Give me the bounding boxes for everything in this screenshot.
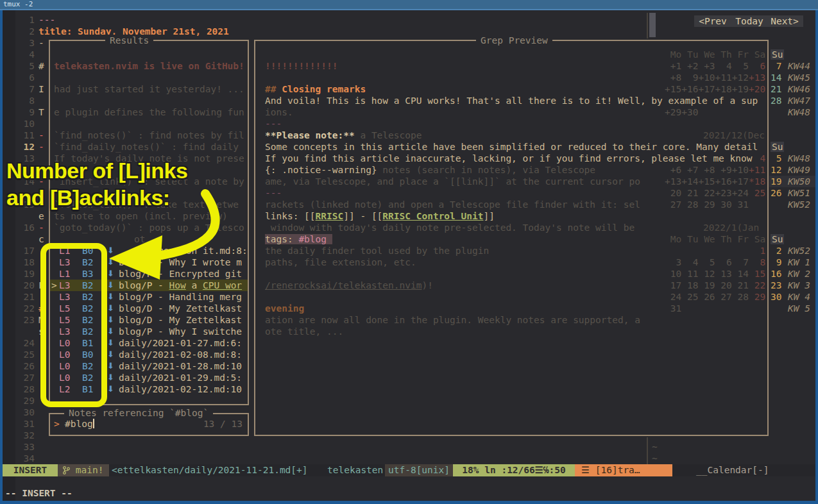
text-segment: +20 xyxy=(749,84,765,94)
calendar-sunday-day[interactable]: 21 xyxy=(771,83,781,95)
results-item[interactable]: blog/P - Why I wrote m xyxy=(119,256,242,268)
preview-line: ## Closing remarks xyxy=(265,83,366,95)
text-segment xyxy=(749,107,765,117)
text-segment: +3 xyxy=(698,61,715,71)
preview-line: ions. xyxy=(265,106,293,118)
calendar-sunday-day[interactable]: 2 xyxy=(771,245,781,256)
window-separator-bottom xyxy=(647,437,648,464)
results-item[interactable]: i mention it.md:8: xyxy=(119,245,248,256)
text-segment: tags: xyxy=(265,234,298,244)
results-item[interactable]: blog/P - Encrypted git xyxy=(119,268,242,280)
annotation-highlight-box xyxy=(40,243,107,407)
text-segment: Sa xyxy=(749,49,765,60)
calendar-sunday-day[interactable]: 28 xyxy=(771,95,781,106)
text-segment: Tu xyxy=(681,234,698,244)
results-item[interactable]: daily/2021-01-27.md:6: xyxy=(119,337,242,349)
down-arrow-icon: ⬇ xyxy=(107,268,114,280)
text-segment: blog/P - Encrypted git xyxy=(119,269,242,279)
text-segment: 4 xyxy=(715,61,732,71)
calendar-sunday-day[interactable]: 26 xyxy=(771,187,781,199)
results-item[interactable]: daily/2021-01-29.md:5: xyxy=(119,372,242,383)
text-segment: 19 xyxy=(698,280,715,290)
calendar-scrollbar[interactable] xyxy=(649,13,656,37)
calendar-sunday-day[interactable]: 5 xyxy=(771,153,781,164)
text-segment: We xyxy=(698,49,715,60)
text-segment: +1 xyxy=(665,61,681,71)
text-segment: e xyxy=(38,211,44,221)
line-number: 26 xyxy=(15,360,35,372)
calendar-sunday-day[interactable]: 7 xyxy=(771,60,781,72)
results-item[interactable]: blog/P - Handling merg xyxy=(119,291,242,303)
text-segment: #blog xyxy=(298,234,332,244)
buffer-text: `goto_today()` : pops up a Telesco xyxy=(54,222,244,233)
results-item[interactable]: daily/2021-02-08.md:8: xyxy=(119,349,242,360)
search-input[interactable]: #blog xyxy=(65,418,93,430)
text-segment: ation are now all done in the plugin. We… xyxy=(265,315,640,325)
results-item[interactable]: daily/2021-01-28.md:10 xyxy=(119,360,242,372)
line-number: 30 xyxy=(15,407,35,418)
preview-line: rackets (linked note) and open a Telesco… xyxy=(265,199,640,210)
calendar-week: 20 21 22+23+24 25 xyxy=(665,187,765,199)
text-segment: 11 xyxy=(681,269,698,279)
buffer-text: - xyxy=(38,141,44,153)
calendar-sunday-day[interactable]: 9 xyxy=(771,256,781,268)
buffer-text: - xyxy=(38,37,44,49)
text-segment: blog/P - Handling merg xyxy=(119,292,242,302)
line-number: 20 xyxy=(15,280,35,291)
buffer-text: `find_daily_notes()` : find daily xyxy=(54,141,239,153)
calendar-sunday-day[interactable]: 19 xyxy=(771,176,781,187)
calendar-sunday-day[interactable]: 23 xyxy=(771,280,781,291)
text-segment: telekasten.nvim is live on GitHub! xyxy=(54,61,244,71)
result-counter: 13 / 13 xyxy=(182,418,243,430)
results-item[interactable]: daily/2021-02-12.md:10 xyxy=(119,383,242,395)
calendar-week: 24 25 26 27 28 29 xyxy=(665,291,765,303)
text-segment: 22 xyxy=(749,280,765,290)
text-segment: 27 xyxy=(665,199,681,210)
results-item[interactable]: blog/D - My Zettelkast xyxy=(119,314,242,326)
calendar-sunday-day[interactable]: 12 xyxy=(771,164,781,176)
sunday-header-label: Su xyxy=(771,142,784,152)
line-number: 4 xyxy=(15,49,35,60)
calendar-sunday-day[interactable]: 16 xyxy=(771,268,781,280)
text-segment: 4 xyxy=(749,153,765,164)
calendar-sunday-day[interactable]: 30 xyxy=(771,291,781,303)
results-item[interactable]: blog/P - Why I switche xyxy=(119,326,242,337)
preview-line: Some concepts in this article have been … xyxy=(265,141,758,153)
down-arrow-icon: ⬇ xyxy=(107,326,114,337)
text-segment: +10 xyxy=(698,72,715,83)
text-segment: +6 xyxy=(665,165,681,175)
text-segment: +23 xyxy=(715,188,732,198)
text-segment: window with today's daily note pre-selec… xyxy=(265,223,635,233)
calendar-prev-button[interactable]: <Prev xyxy=(694,15,731,27)
text-segment: e plugin defines the following fun xyxy=(54,107,244,117)
calendar-next-button[interactable]: Next> xyxy=(766,15,803,27)
buffer-text: e xyxy=(38,210,44,222)
line-number: 21 xyxy=(15,291,35,303)
calendar-week: 31 xyxy=(665,303,765,314)
text-segment: CPU wor xyxy=(203,280,242,290)
results-item[interactable]: blog/D - My Zettelkast xyxy=(119,303,242,314)
text-segment: ]] xyxy=(483,211,494,221)
text-segment: 8 xyxy=(749,257,765,267)
line-number: 23 xyxy=(15,314,35,326)
annotation-text-line1: Number of [L]inks xyxy=(6,158,187,183)
text-segment: ts note to open (incl. preview) xyxy=(54,211,228,221)
text-segment: 3 xyxy=(665,257,681,267)
text-segment: 6 xyxy=(715,257,732,267)
line-number: 2 xyxy=(15,26,35,37)
text-segment xyxy=(681,96,698,106)
results-item[interactable]: blog/P - How a CPU wor xyxy=(119,280,242,291)
calendar-week: +8 9+10+11+12+13 xyxy=(665,72,765,83)
empty-line-tilde: ~ xyxy=(652,453,658,464)
line-number: 34 xyxy=(15,453,35,464)
calendar-month-header: 2021/12(Dec xyxy=(703,130,765,141)
text-segment: *18 xyxy=(749,176,765,187)
calendar-sunday-day[interactable]: 14 xyxy=(771,72,781,83)
line-number: 10 xyxy=(15,118,35,130)
calendar-today-button[interactable]: Today xyxy=(730,15,769,27)
line-number: 17 xyxy=(15,245,35,256)
text-segment: 31 xyxy=(665,303,681,314)
text-segment xyxy=(698,96,715,106)
calendar-week-number: KW48 xyxy=(788,106,810,118)
calendar-week-number: KW 4 xyxy=(788,291,810,303)
